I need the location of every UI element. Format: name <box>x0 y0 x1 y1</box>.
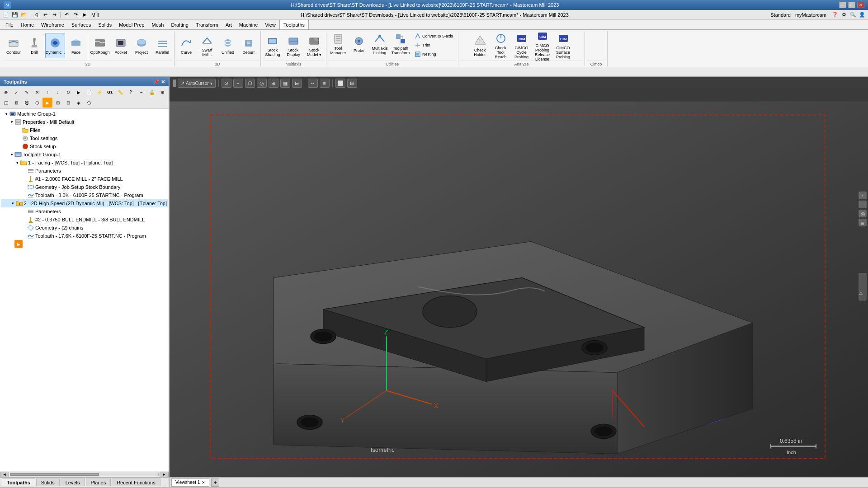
viewsheet-close-icon[interactable]: ✕ <box>202 480 205 485</box>
panel-tool-grid[interactable]: ⊞ <box>53 98 63 108</box>
expand-machine[interactable]: ▾ <box>4 111 9 117</box>
new-button[interactable]: 📄 <box>2 11 10 19</box>
cimco-surface-probing-button[interactable]: CIM CIMCO SurfaceProbing <box>553 33 573 58</box>
expand-op1[interactable]: ▾ <box>14 160 20 165</box>
panel-tool-post[interactable]: 📄 <box>84 87 94 97</box>
window-controls[interactable]: ─ □ ✕ <box>839 2 864 8</box>
vp-btn-5[interactable]: ⊞ <box>269 79 278 88</box>
tree-op1[interactable]: ▾ 1 - Facing - [WCS: Top] - [Tplane: Top… <box>1 159 168 167</box>
menu-solids[interactable]: Solids <box>94 20 115 29</box>
expand-properties[interactable]: ▾ <box>9 119 14 125</box>
panel-close-button[interactable]: ✕ <box>161 79 165 85</box>
minimize-button[interactable]: ─ <box>839 2 846 8</box>
tab-levels[interactable]: Levels <box>61 479 85 486</box>
tab-solids[interactable]: Solids <box>36 479 60 486</box>
panel-tool-add[interactable]: ⊕ <box>1 87 11 97</box>
panel-tool-toggle3[interactable]: ⊠ <box>11 98 21 108</box>
panel-tool-toggle1[interactable]: ⊞ <box>157 87 167 97</box>
contour-button[interactable]: Contour <box>4 33 24 58</box>
tree-op2-params[interactable]: ▾ Parameters <box>1 207 168 216</box>
panel-tool-highfeed[interactable]: ⚡ <box>94 87 104 97</box>
tree-op1-params[interactable]: ▾ Parameters <box>1 167 168 175</box>
panel-tool-extra2[interactable]: ◈ <box>74 98 84 108</box>
tree-op2-toolpath[interactable]: ▾ Toolpath - 17.6K - 6100F-25 START.NC -… <box>1 232 168 240</box>
h-scrollbar[interactable]: ◄ ► <box>0 471 169 477</box>
optirough-button[interactable]: OptiRough <box>90 33 110 58</box>
tree-op2[interactable]: ▾ 2 - 2D High Speed (2D Dynamic Mil) - [… <box>1 199 168 207</box>
panel-tool-toggle2[interactable]: ◫ <box>1 98 11 108</box>
trim-button[interactable]: Trim <box>412 41 455 49</box>
panel-tool-g1[interactable]: G1 <box>105 87 115 97</box>
probe-button[interactable]: Probe <box>349 31 369 56</box>
toolpath-transform-button[interactable]: ToolpathTransform <box>391 31 410 56</box>
panel-tool-ruler[interactable]: 📏 <box>115 87 125 97</box>
deburr-button[interactable]: Deburr <box>239 33 259 58</box>
parallel-button[interactable]: Parallel <box>152 33 172 58</box>
multiaxis-linking-button[interactable]: MultiaxisLinking <box>370 31 390 56</box>
panel-pin-button[interactable]: 📌 <box>153 79 159 85</box>
tree-op1-geo[interactable]: ▾ Geometry - Job Setup Stock Boundary <box>1 183 168 191</box>
vp-btn-3[interactable]: ⬡ <box>245 79 255 88</box>
panel-tool-chain[interactable]: ⛓ <box>22 98 32 108</box>
help-button[interactable]: ❓ <box>831 11 839 19</box>
panel-tool-run[interactable]: ▶ <box>42 98 52 108</box>
convert-to-5axis-button[interactable]: Convert to 5-axis <box>412 32 455 40</box>
tree-tool-settings[interactable]: ▾ Tool settings <box>1 134 168 142</box>
panel-tool-move-down[interactable]: ↓ <box>53 87 63 97</box>
tool-manager-button[interactable]: ToolManager <box>328 31 348 56</box>
panel-tool-solid[interactable]: ⬡ <box>32 98 42 108</box>
user-button[interactable]: 👤 <box>858 11 866 19</box>
open-button[interactable]: 📂 <box>20 11 28 19</box>
viewsheet-1-tab[interactable]: Viewsheet 1 ✕ <box>171 479 209 487</box>
tree-op1-toolpath[interactable]: ▾ Toolpath - 8.0K - 6100F-25 START.NC - … <box>1 191 168 199</box>
vp-btn-10[interactable]: ⬜ <box>335 79 345 88</box>
unified-button[interactable]: Unified <box>218 33 238 58</box>
menu-home[interactable]: Home <box>17 20 38 29</box>
vp-btn-2[interactable]: + <box>233 79 243 88</box>
menu-toolpaths[interactable]: Toolpaths <box>279 20 309 29</box>
close-button[interactable]: ✕ <box>857 2 864 8</box>
tree-op2-tool[interactable]: ▾ #2 - 0.3750 BULL ENDMILL - 3/8 BULL EN… <box>1 216 168 224</box>
tree-op2-geo[interactable]: ▾ Geometry - (2) chains <box>1 224 168 232</box>
panel-tool-regen[interactable]: ↻ <box>63 87 73 97</box>
menu-art[interactable]: Art <box>222 20 236 29</box>
vp-btn-11[interactable]: ⊠ <box>347 79 357 88</box>
add-viewsheet-button[interactable]: + <box>211 479 219 487</box>
panel-tool-lock[interactable]: 🔒 <box>147 87 157 97</box>
vp-btn-9[interactable]: ≡ <box>320 79 330 88</box>
panel-tool-extra3[interactable]: ⬠ <box>84 98 94 108</box>
search-button[interactable]: 🔍 <box>849 11 857 19</box>
qa-btn-5[interactable]: ↶ <box>62 11 71 19</box>
tab-planes[interactable]: Planes <box>86 479 111 486</box>
stock-shading-button[interactable]: StockShading <box>263 33 283 58</box>
vp-btn-6[interactable]: ▦ <box>280 79 290 88</box>
menu-view[interactable]: View <box>261 20 279 29</box>
tree-properties[interactable]: ▾ Properties - Mill Default <box>1 118 168 126</box>
redo-button[interactable]: ↪ <box>50 11 58 19</box>
tree-toolpath-group[interactable]: ▾ Toolpath Group-1 <box>1 150 168 159</box>
drill-button[interactable]: Drill <box>24 33 44 58</box>
nesting-button[interactable]: Nesting <box>412 50 455 58</box>
stock-display-button[interactable]: StockDisplay <box>283 33 303 58</box>
save-button[interactable]: 💾 <box>11 11 19 19</box>
menu-transform[interactable]: Transform <box>192 20 222 29</box>
undo-button[interactable]: ↩ <box>41 11 49 19</box>
print-button[interactable]: 🖨 <box>32 11 40 19</box>
check-tool-reach-button[interactable]: CheckTool Reach <box>491 33 511 58</box>
menu-wireframe[interactable]: Wireframe <box>38 20 68 29</box>
swarf-button[interactable]: Swarf Mill... <box>197 33 217 58</box>
vp-btn-4[interactable]: ◎ <box>257 79 267 88</box>
panel-tool-extra1[interactable]: ⊟ <box>63 98 73 108</box>
menu-machine[interactable]: Machine <box>236 20 262 29</box>
stock-model-button[interactable]: StockModel ▾ <box>304 33 324 58</box>
scroll-left[interactable]: ◄ <box>0 472 9 477</box>
menu-drafting[interactable]: Drafting <box>167 20 192 29</box>
panel-tool-move-up[interactable]: ↑ <box>42 87 52 97</box>
toolbar-grip[interactable] <box>173 80 176 87</box>
qa-btn-6[interactable]: ↷ <box>71 11 80 19</box>
panel-tool-select-all[interactable]: ✓ <box>11 87 21 97</box>
scroll-thumb[interactable] <box>10 473 99 476</box>
panel-tool-help[interactable]: ? <box>126 87 136 97</box>
menu-file[interactable]: File <box>2 20 17 29</box>
settings-button[interactable]: ⚙ <box>840 11 848 19</box>
